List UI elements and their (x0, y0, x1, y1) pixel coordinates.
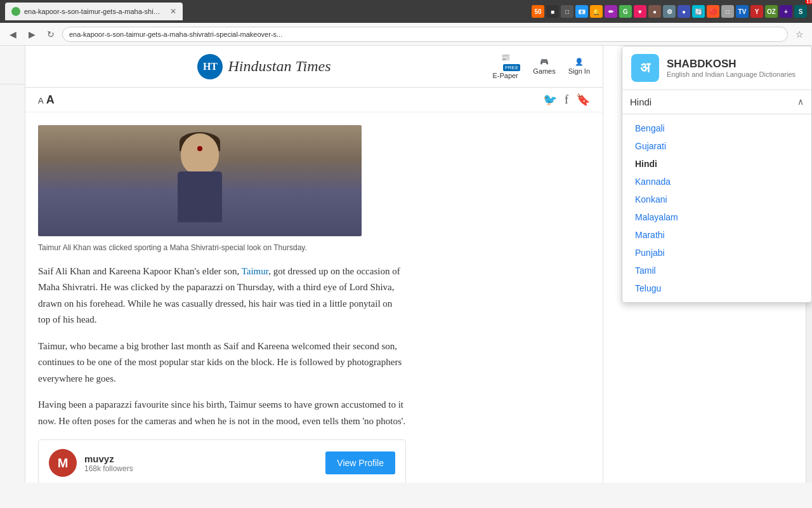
shabdkosh-popup: अ SHABDKOSH English and Indian Language … (622, 46, 812, 303)
lang-item-konkani[interactable]: Konkani (622, 190, 811, 208)
back-button[interactable]: ◀ (5, 27, 20, 42)
right-panel: अ SHABDKOSH English and Indian Language … (603, 46, 812, 483)
ext-icon-12[interactable]: 🔄 (692, 5, 705, 18)
article-image-child-photo (38, 125, 362, 236)
profile-info: M muvyz 168k followers (49, 449, 133, 477)
ext-icon-3[interactable]: □ (561, 5, 573, 18)
shabdkosh-title: SHABDKOSH (667, 58, 796, 70)
lang-item-bengali[interactable]: Bengali (622, 119, 811, 137)
profile-followers: 168k followers (84, 464, 133, 473)
language-dropdown[interactable]: Hindi ∧ (622, 90, 811, 114)
language-list: Bengali Gujarati Hindi Kannada Konkani M… (622, 114, 811, 302)
third-eye (197, 146, 202, 151)
social-share-icons: 🐦 f 🔖 (543, 93, 590, 107)
games-icon: 🎮 (540, 58, 549, 66)
shabdkosh-subtitle: English and Indian Language Dictionaries (667, 70, 796, 78)
bookmark-button[interactable]: ☆ (792, 27, 807, 42)
tab-favicon (11, 7, 20, 16)
signin-label: Sign In (568, 67, 590, 75)
ext-icon-6[interactable]: ✏ (605, 5, 617, 18)
chevron-up-icon: ∧ (797, 97, 804, 107)
article-content: Taimur Ali Khan was clicked sporting a M… (25, 112, 419, 483)
ext-icon-11[interactable]: 13● (678, 5, 690, 18)
epaper-label: E-Paper (492, 72, 518, 79)
nav-games[interactable]: 🎮 Games (533, 58, 555, 75)
browser-toolbar: ◀ ▶ ↻ ☆ (0, 23, 812, 46)
page-content: HT Hindustan Times 📰 FREE E-Paper 🎮 Game… (0, 46, 812, 483)
lang-item-marathi[interactable]: Marathi (622, 226, 811, 244)
ext-icon-2[interactable]: ■ (546, 5, 559, 18)
shabdkosh-header: अ SHABDKOSH English and Indian Language … (622, 46, 811, 90)
epaper-icon: 📰 (501, 53, 510, 62)
nav-epaper[interactable]: 📰 FREE E-Paper (490, 53, 520, 79)
article-paragraph-2: Taimur, who became a big brother last mo… (38, 338, 406, 387)
font-small-label[interactable]: A (38, 96, 44, 105)
ext-icon-14[interactable]: □ (721, 5, 734, 18)
nav-signin[interactable]: 👤 Sign In (568, 58, 590, 75)
child-silhouette (162, 130, 238, 232)
font-large-label[interactable]: A (46, 93, 55, 107)
child-head (181, 133, 219, 175)
lang-item-telugu[interactable]: Telugu (622, 279, 811, 297)
shabdkosh-logo: अ (631, 54, 659, 82)
lang-item-malayalam[interactable]: Malayalam (622, 208, 811, 226)
signin-icon: 👤 (575, 58, 584, 66)
lang-item-kannada[interactable]: Kannada (622, 173, 811, 190)
reload-button[interactable]: ↻ (43, 27, 58, 42)
tab-close-icon[interactable]: ✕ (170, 7, 176, 16)
ext-icon-4[interactable]: 📧 (575, 5, 588, 18)
twitter-share-icon[interactable]: 🐦 (543, 93, 557, 107)
ext-icon-13[interactable]: 🔴 (707, 5, 719, 18)
ext-icon-15[interactable]: TV (736, 5, 749, 18)
ext-icon-17[interactable]: OZ (765, 5, 778, 18)
child-body (178, 171, 222, 222)
forward-button[interactable]: ▶ (24, 27, 39, 42)
ext-icon-18[interactable]: + (780, 5, 792, 18)
active-tab[interactable]: ena-kapoor-s-son-taimur-gets-a-maha-shiv… (5, 3, 183, 20)
ht-logo[interactable]: HT Hindustan Times (197, 54, 331, 79)
view-profile-button[interactable]: View Profile (325, 451, 395, 474)
ht-navigation: 📰 FREE E-Paper 🎮 Games 👤 Sign In (490, 53, 590, 79)
shabdkosh-title-area: SHABDKOSH English and Indian Language Di… (667, 58, 796, 78)
lang-item-gujarati[interactable]: Gujarati (622, 137, 811, 155)
article-toolbar: A A 🐦 f 🔖 (25, 88, 603, 112)
ext-icon-19[interactable]: S (794, 5, 807, 18)
ext-icon-16[interactable]: Y (750, 5, 763, 18)
tab-bar: ena-kapoor-s-son-taimur-gets-a-maha-shiv… (0, 0, 812, 23)
bookmark-article-icon[interactable]: 🔖 (576, 93, 590, 107)
ht-logo-name: Hindustan Times (228, 58, 331, 75)
ext-icon-1[interactable]: 50 (532, 5, 544, 18)
article-paragraph-3: Having been a paparazzi favourite since … (38, 397, 406, 429)
main-article-area: HT Hindustan Times 📰 FREE E-Paper 🎮 Game… (25, 46, 603, 483)
taimur-link[interactable]: Taimur (242, 266, 269, 276)
url-bar[interactable] (62, 27, 788, 42)
ext-icon-5[interactable]: 🔔 (590, 5, 603, 18)
dropdown-selected-label: Hindi (630, 97, 652, 107)
site-header: HT Hindustan Times 📰 FREE E-Paper 🎮 Game… (25, 46, 603, 88)
tab-title: ena-kapoor-s-son-taimur-gets-a-maha-shiv… (24, 8, 164, 15)
article-main-image (38, 125, 362, 236)
ext-icon-9[interactable]: ● (648, 5, 661, 18)
image-caption: Taimur Ali Khan was clicked sporting a M… (38, 243, 406, 253)
article-paragraph-1: Saif Ali Khan and Kareena Kapoor Khan's … (38, 264, 406, 328)
profile-details: muvyz 168k followers (84, 453, 133, 473)
ht-logo-initial: HT (203, 61, 218, 72)
font-size-controls: A A (38, 93, 55, 107)
article-body: Saif Ali Khan and Kareena Kapoor Khan's … (38, 264, 406, 430)
left-sidebar (0, 46, 25, 483)
ht-logo-circle: HT (197, 54, 223, 79)
lang-item-punjabi[interactable]: Punjabi (622, 244, 811, 262)
ext-icon-8[interactable]: ♥ (634, 5, 646, 18)
facebook-share-icon[interactable]: f (565, 93, 568, 107)
profile-username: muvyz (84, 453, 133, 464)
free-badge: FREE (503, 64, 520, 71)
ext-icon-7[interactable]: G (619, 5, 632, 18)
lang-item-hindi[interactable]: Hindi (622, 155, 811, 173)
ext-icon-10[interactable]: ⚙ (663, 5, 676, 18)
games-label: Games (533, 67, 555, 75)
lang-item-tamil[interactable]: Tamil (622, 262, 811, 279)
avatar: M (49, 449, 77, 477)
profile-card: M muvyz 168k followers View Profile (38, 439, 406, 483)
